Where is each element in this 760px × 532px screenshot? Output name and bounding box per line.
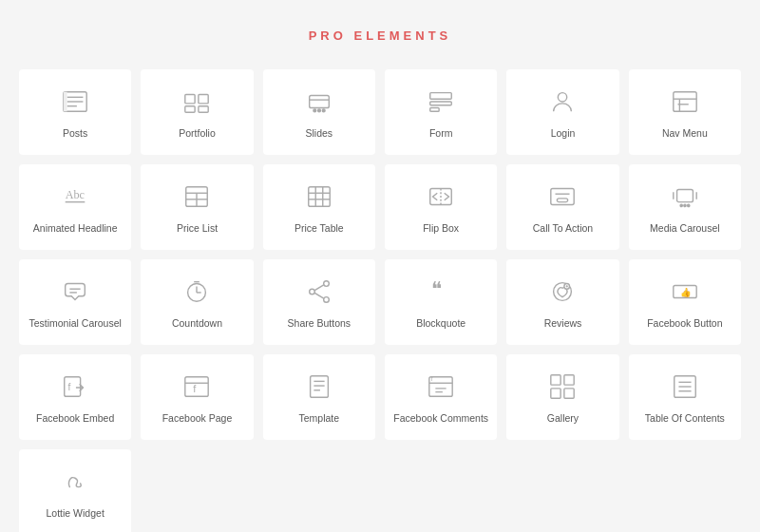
svg-point-13 (314, 109, 316, 112)
svg-rect-14 (430, 93, 452, 100)
svg-point-51 (310, 289, 315, 294)
svg-point-42 (684, 204, 686, 206)
svg-text:Abc: Abc (66, 188, 86, 201)
element-card-price-list[interactable]: Price List (141, 164, 253, 250)
svg-point-52 (324, 297, 330, 303)
facebook-button-icon: 👍 (671, 277, 699, 317)
svg-point-12 (322, 109, 325, 112)
element-card-slides[interactable]: Slides (263, 69, 375, 155)
posts-label: Posts (63, 127, 87, 141)
reviews-label: Reviews (544, 317, 582, 331)
login-label: Login (551, 127, 576, 141)
portfolio-label: Portfolio (179, 127, 216, 141)
svg-point-41 (680, 204, 682, 206)
form-icon (427, 87, 455, 127)
element-card-portfolio[interactable]: Portfolio (141, 69, 253, 155)
element-card-blockquote[interactable]: ❝Blockquote (385, 259, 497, 345)
nav-menu-icon (671, 87, 699, 127)
lottie-widget-icon (61, 467, 89, 507)
svg-rect-6 (199, 95, 208, 104)
facebook-comments-icon: f (427, 372, 455, 412)
media-carousel-icon (671, 182, 699, 222)
price-table-label: Price Table (294, 222, 344, 236)
price-table-icon (305, 182, 333, 222)
call-to-action-label: Call To Action (533, 222, 593, 236)
svg-point-50 (324, 281, 330, 287)
element-card-facebook-button[interactable]: 👍Facebook Button (629, 259, 741, 345)
svg-rect-28 (309, 187, 331, 207)
svg-line-53 (314, 285, 323, 291)
svg-text:👍: 👍 (680, 287, 692, 298)
element-card-posts[interactable]: Posts (19, 69, 131, 155)
call-to-action-icon (548, 182, 577, 222)
svg-point-17 (559, 93, 567, 102)
svg-rect-7 (185, 106, 195, 113)
element-card-animated-headline[interactable]: AbcAnimated Headline (19, 164, 131, 250)
price-list-icon (182, 182, 211, 222)
element-card-gallery[interactable]: Gallery (506, 354, 618, 440)
media-carousel-label: Media Carousel (650, 222, 720, 236)
element-card-countdown[interactable]: Countdown (141, 259, 253, 345)
gallery-label: Gallery (547, 412, 579, 426)
testimonial-carousel-label: Testimonial Carousel (28, 317, 121, 331)
element-card-lottie-widget[interactable]: Lottie Widget (19, 449, 131, 532)
flip-box-icon (427, 182, 455, 222)
facebook-embed-icon: f (61, 372, 89, 412)
svg-rect-8 (199, 106, 208, 113)
form-label: Form (429, 127, 453, 141)
svg-rect-75 (564, 375, 574, 385)
facebook-page-label: Facebook Page (162, 412, 233, 426)
element-card-share-buttons[interactable]: Share Buttons (263, 259, 375, 345)
svg-rect-67 (310, 376, 328, 398)
element-card-reviews[interactable]: Reviews (506, 259, 618, 345)
slides-icon (305, 87, 333, 127)
svg-rect-62 (65, 377, 81, 397)
testimonial-carousel-icon (61, 277, 89, 317)
svg-rect-15 (430, 102, 452, 105)
table-of-contents-label: Table Of Contents (645, 412, 725, 426)
svg-rect-5 (185, 95, 195, 104)
svg-rect-64 (185, 377, 208, 397)
svg-rect-76 (551, 389, 560, 398)
element-card-facebook-embed[interactable]: fFacebook Embed (19, 354, 131, 440)
svg-point-43 (687, 204, 689, 206)
element-card-facebook-comments[interactable]: fFacebook Comments (385, 354, 497, 440)
element-card-login[interactable]: Login (506, 69, 618, 155)
element-card-testimonial-carousel[interactable]: Testimonial Carousel (19, 259, 131, 345)
facebook-button-label: Facebook Button (647, 317, 722, 331)
element-card-nav-menu[interactable]: Nav Menu (629, 69, 741, 155)
element-card-template[interactable]: Template (263, 354, 375, 440)
svg-text:f: f (431, 376, 433, 383)
elements-grid: PostsPortfolioSlidesFormLoginNav MenuAbc… (19, 69, 741, 532)
element-card-flip-box[interactable]: Flip Box (385, 164, 497, 250)
page-title: PRO ELEMENTS (309, 28, 452, 43)
flip-box-label: Flip Box (423, 222, 459, 236)
countdown-label: Countdown (172, 317, 222, 331)
posts-icon (61, 87, 89, 127)
table-of-contents-icon (671, 372, 699, 412)
svg-rect-74 (551, 375, 560, 385)
svg-text:❝: ❝ (431, 278, 442, 299)
svg-rect-16 (430, 108, 439, 112)
blockquote-label: Blockquote (416, 317, 466, 331)
animated-headline-label: Animated Headline (33, 222, 118, 236)
portfolio-icon (182, 87, 211, 127)
element-card-media-carousel[interactable]: Media Carousel (629, 164, 741, 250)
share-buttons-icon (305, 277, 333, 317)
svg-line-54 (314, 294, 323, 299)
lottie-widget-label: Lottie Widget (47, 507, 104, 521)
share-buttons-label: Share Buttons (288, 317, 352, 331)
element-card-facebook-page[interactable]: fFacebook Page (141, 354, 253, 440)
price-list-label: Price List (177, 222, 218, 236)
animated-headline-icon: Abc (61, 182, 89, 222)
login-icon (548, 87, 577, 127)
facebook-embed-label: Facebook Embed (36, 412, 114, 426)
element-card-call-to-action[interactable]: Call To Action (506, 164, 618, 250)
svg-rect-77 (564, 389, 574, 398)
svg-rect-36 (558, 199, 568, 202)
element-card-price-table[interactable]: Price Table (263, 164, 375, 250)
svg-point-11 (317, 109, 320, 112)
svg-rect-4 (64, 92, 67, 112)
element-card-form[interactable]: Form (385, 69, 497, 155)
element-card-table-of-contents[interactable]: Table Of Contents (629, 354, 741, 440)
